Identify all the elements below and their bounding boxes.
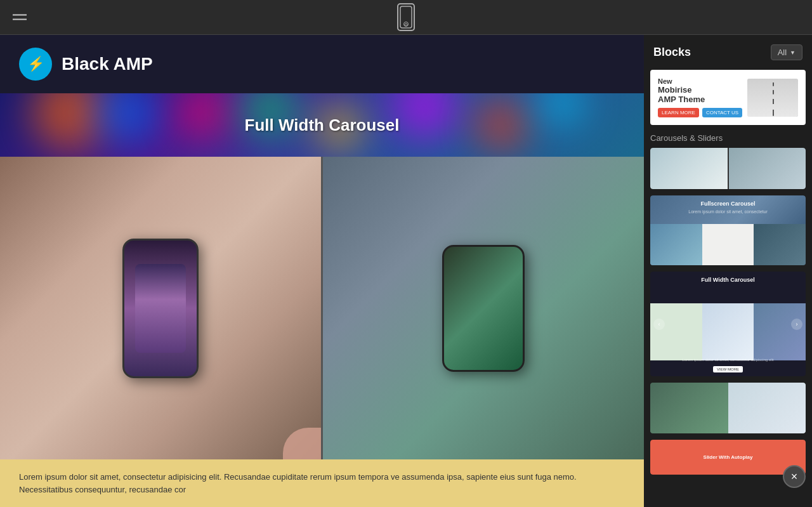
carousel-preview-5: Slider With Autoplay <box>650 440 806 475</box>
ct5-title: Slider With Autoplay <box>704 454 753 460</box>
ct2-img-2 <box>702 224 754 265</box>
ct3-view-button[interactable]: VIEW MORE <box>713 366 743 372</box>
ct2-title: Fullscreen Carousel <box>700 201 755 207</box>
carousel-prev-arrow[interactable]: ‹ <box>653 319 665 330</box>
ct4-forest-img <box>650 383 728 433</box>
hero-section: Full Width Carousel <box>0 93 644 157</box>
ct2-images <box>650 224 806 265</box>
bokeh-6 <box>393 93 457 138</box>
block-thumb-forest[interactable] <box>650 383 806 433</box>
sidebar-header: Blocks All <box>644 35 812 70</box>
phone-mockup-right <box>442 245 525 372</box>
block-thumb-fullscreen[interactable]: Fullscreen Carousel Lorem ipsum dolor si… <box>650 195 806 265</box>
carousel-next-arrow[interactable]: › <box>791 319 802 330</box>
ct3-lorem: Lorem ipsum dolor sit amet, consectetur … <box>650 358 806 362</box>
site-title: Black AMP <box>62 54 153 74</box>
road-image <box>747 79 798 117</box>
carousel-preview-2: Fullscreen Carousel Lorem ipsum dolor si… <box>650 195 806 265</box>
hand-left <box>283 428 323 459</box>
ct3-img-3 <box>754 303 806 360</box>
ct3-img-1 <box>650 303 702 360</box>
ct2-img-3 <box>754 224 806 265</box>
image-grid <box>0 157 644 459</box>
carousel-preview-3: Full Width Carousel Lorem ipsum dolor si… <box>650 272 806 376</box>
ct3-images <box>650 303 806 360</box>
site-header: ⚡ Black AMP <box>0 35 644 93</box>
svg-point-1 <box>405 23 407 26</box>
featured-product-sub: AMP Theme <box>658 95 747 104</box>
featured-banner[interactable]: New Mobirise AMP Theme LEARN MORE CONTAC… <box>650 70 806 125</box>
carousel-img-2 <box>729 148 806 189</box>
bokeh-2 <box>95 93 159 144</box>
ct3-img-2 <box>702 303 754 360</box>
featured-text: New Mobirise AMP Theme LEARN MORE CONTAC… <box>658 77 747 117</box>
right-sidebar: Blocks All New Mobirise AMP Theme LEARN … <box>644 35 812 507</box>
ct3-title: Full Width Carousel <box>701 277 754 283</box>
image-panel-left <box>0 157 323 459</box>
block-thumb-fullwidth[interactable]: Full Width Carousel Lorem ipsum dolor si… <box>650 272 806 376</box>
featured-new-label: New <box>658 77 747 85</box>
contact-button[interactable]: CONTACT US <box>702 108 742 117</box>
bokeh-7 <box>476 100 527 150</box>
sidebar-scroll[interactable]: New Mobirise AMP Theme LEARN MORE CONTAC… <box>644 70 812 507</box>
ct4-mountain-img <box>728 383 806 433</box>
carousel-img-1 <box>650 148 728 189</box>
block-thumb-simple-carousel[interactable] <box>650 148 806 189</box>
carousel-preview-4 <box>650 383 806 433</box>
phone-mockup-left <box>122 239 199 378</box>
ct2-img-1 <box>650 224 702 265</box>
image-panel-right <box>323 157 644 459</box>
bokeh-8 <box>539 93 584 125</box>
featured-image <box>747 79 798 117</box>
bolt-icon: ⚡ <box>27 56 44 72</box>
content-area: ⚡ Black AMP Full Width Carousel <box>0 35 644 507</box>
featured-buttons: LEARN MORE CONTACT US <box>658 108 747 117</box>
featured-product-name: Mobirise <box>658 85 747 95</box>
learn-more-button[interactable]: LEARN MORE <box>658 108 699 117</box>
mobile-preview-icon[interactable] <box>397 3 415 31</box>
hero-title: Full Width Carousel <box>245 115 400 135</box>
block-thumb-autoplay[interactable]: Slider With Autoplay <box>650 440 806 475</box>
svg-rect-0 <box>400 6 412 28</box>
blocks-title: Blocks <box>653 46 691 59</box>
bokeh-3 <box>178 93 228 138</box>
all-filter-button[interactable]: All <box>771 44 802 60</box>
close-button[interactable]: × <box>783 465 806 488</box>
main-layout: ⚡ Black AMP Full Width Carousel <box>0 35 812 507</box>
hamburger-menu[interactable] <box>13 15 27 20</box>
ct3-bottom: Lorem ipsum dolor sit amet, consectetur … <box>650 358 806 373</box>
top-bar <box>0 0 812 35</box>
section-label: Carousels & Sliders <box>644 130 812 148</box>
ct2-subtitle: Lorem ipsum dolor sit amet, consectetur <box>688 209 768 214</box>
text-section: Lorem ipsum dolor sit amet, consectetur … <box>0 459 644 507</box>
lorem-text: Lorem ipsum dolor sit amet, consectetur … <box>19 471 625 496</box>
carousel-preview-1 <box>650 148 806 189</box>
logo-circle: ⚡ <box>19 48 52 81</box>
